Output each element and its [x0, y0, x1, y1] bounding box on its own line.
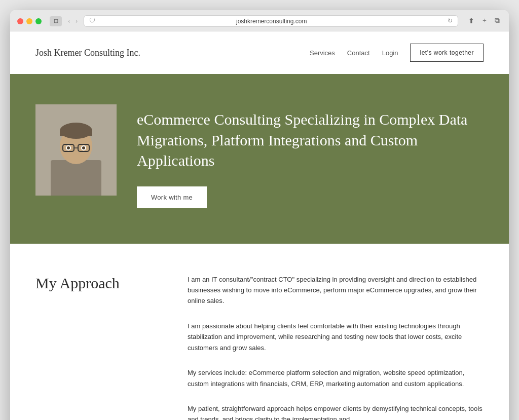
minimize-button[interactable]: [26, 18, 32, 24]
browser-actions: ⬆ + ⧉: [466, 16, 502, 26]
traffic-lights: [17, 18, 42, 24]
reload-icon: ↻: [448, 17, 453, 25]
url-display: joshkremerconsulting.com: [99, 18, 443, 25]
hero-cta-button[interactable]: Work with me: [137, 186, 207, 208]
approach-paragraph-2: I am passionate about helping clients fe…: [188, 321, 484, 353]
close-button[interactable]: [17, 18, 23, 24]
browser-controls: ⊡: [50, 16, 62, 26]
nav-cta-button[interactable]: let's work together: [410, 44, 484, 62]
nav-contact[interactable]: Contact: [347, 49, 370, 57]
share-icon[interactable]: ⬆: [466, 16, 476, 26]
approach-content: I am an IT consultant/"contract CTO" spe…: [188, 274, 484, 421]
shield-icon: 🛡: [89, 17, 95, 25]
approach-paragraph-1: I am an IT consultant/"contract CTO" spe…: [188, 274, 484, 307]
svg-point-11: [67, 146, 70, 149]
back-button[interactable]: ‹: [66, 16, 72, 26]
hero-section: eCommerce Consulting Specializing in Com…: [10, 74, 509, 244]
website-content: Josh Kremer Consulting Inc. Services Con…: [10, 31, 509, 420]
approach-paragraph-4: My patient, straightforward approach hel…: [188, 403, 484, 420]
tabs-icon[interactable]: ⧉: [493, 16, 502, 26]
hero-photo: [35, 104, 117, 196]
approach-heading: My Approach: [35, 274, 157, 292]
site-navigation: Josh Kremer Consulting Inc. Services Con…: [10, 31, 509, 74]
new-tab-icon[interactable]: +: [480, 16, 489, 26]
maximize-button[interactable]: [35, 18, 42, 24]
approach-heading-container: My Approach: [35, 274, 157, 421]
nav-login[interactable]: Login: [382, 49, 398, 57]
site-logo: Josh Kremer Consulting Inc.: [35, 48, 140, 58]
svg-point-12: [82, 146, 85, 149]
nav-links: Services Contact Login let's work togeth…: [310, 44, 484, 62]
svg-rect-1: [51, 160, 101, 196]
browser-window: ⊡ ‹ › 🛡 joshkremerconsulting.com ↻ ⬆ + ⧉…: [10, 10, 509, 420]
nav-services[interactable]: Services: [310, 49, 335, 57]
window-tile-button[interactable]: ⊡: [50, 16, 62, 26]
forward-button[interactable]: ›: [73, 16, 80, 26]
hero-content: eCommerce Consulting Specializing in Com…: [137, 104, 484, 208]
hero-title: eCommerce Consulting Specializing in Com…: [137, 109, 484, 171]
approach-paragraph-3: My services include: eCommerce platform …: [188, 367, 484, 389]
svg-rect-5: [60, 131, 92, 136]
address-bar[interactable]: 🛡 joshkremerconsulting.com ↻: [84, 15, 458, 27]
browser-chrome: ⊡ ‹ › 🛡 joshkremerconsulting.com ↻ ⬆ + ⧉: [10, 10, 509, 31]
person-image: [35, 104, 117, 196]
approach-section: My Approach I am an IT consultant/"contr…: [10, 244, 509, 421]
nav-arrows: ‹ ›: [66, 16, 80, 26]
